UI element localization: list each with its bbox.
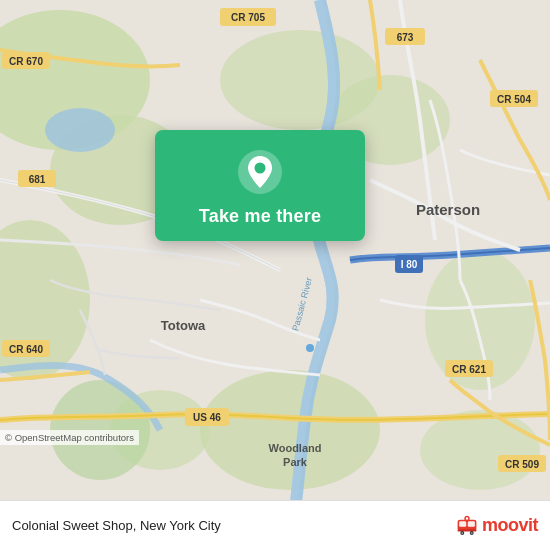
map-container: CR 705 673 CR 670 CR 504 681 CR 640 US 4… (0, 0, 550, 500)
svg-point-39 (255, 163, 266, 174)
bottom-bar: Colonial Sweet Shop, New York City moovi… (0, 500, 550, 550)
svg-text:CR 509: CR 509 (505, 459, 539, 470)
take-me-there-label: Take me there (199, 206, 321, 227)
svg-text:I 80: I 80 (401, 259, 418, 270)
svg-text:CR 705: CR 705 (231, 12, 265, 23)
svg-text:Totowa: Totowa (161, 318, 206, 333)
map-svg: CR 705 673 CR 670 CR 504 681 CR 640 US 4… (0, 0, 550, 500)
svg-point-11 (45, 108, 115, 152)
svg-text:CR 670: CR 670 (9, 56, 43, 67)
location-pin-icon (236, 148, 284, 196)
svg-point-46 (461, 532, 463, 534)
svg-text:673: 673 (397, 32, 414, 43)
svg-text:CR 504: CR 504 (497, 94, 531, 105)
moovit-label: moovit (482, 515, 538, 536)
svg-text:CR 640: CR 640 (9, 344, 43, 355)
place-name: Colonial Sweet Shop, New York City (12, 518, 221, 533)
svg-point-10 (420, 410, 540, 490)
svg-rect-43 (458, 529, 477, 531)
svg-point-6 (200, 370, 380, 490)
svg-point-37 (306, 344, 314, 352)
svg-text:CR 621: CR 621 (452, 364, 486, 375)
svg-point-48 (466, 517, 468, 519)
take-me-there-card[interactable]: Take me there (155, 130, 365, 241)
moovit-logo: moovit (456, 515, 538, 537)
svg-point-47 (471, 532, 473, 534)
openstreetmap-attribution: © OpenStreetMap contributors (0, 430, 139, 445)
svg-text:Woodland: Woodland (269, 442, 322, 454)
moovit-bus-icon (456, 515, 478, 537)
svg-text:Park: Park (283, 456, 308, 468)
svg-rect-41 (459, 521, 466, 527)
svg-text:Paterson: Paterson (416, 201, 480, 218)
attribution-text: © OpenStreetMap contributors (5, 432, 134, 443)
svg-text:US 46: US 46 (193, 412, 221, 423)
svg-rect-42 (468, 521, 475, 527)
svg-text:681: 681 (29, 174, 46, 185)
